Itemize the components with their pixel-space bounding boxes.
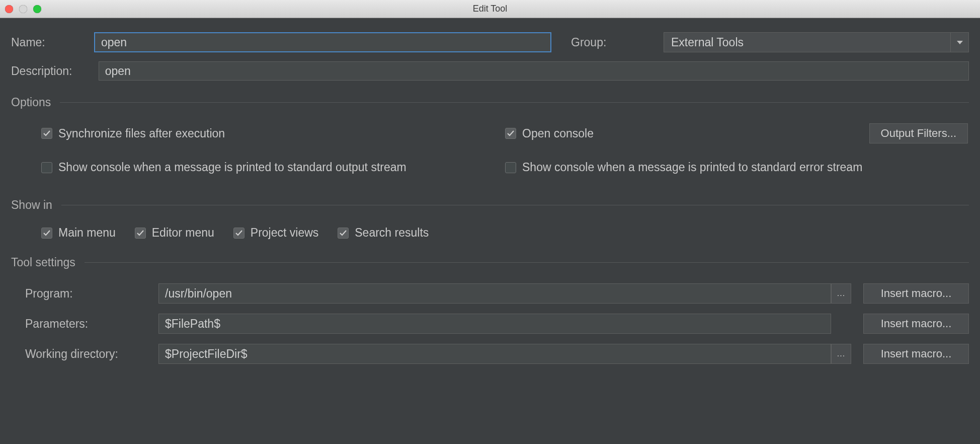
sync-files-checkbox[interactable] (41, 128, 52, 139)
parameters-insert-macro-button[interactable]: Insert macro... (863, 314, 969, 334)
tool-settings-section-header: Tool settings (11, 256, 969, 269)
parameters-input[interactable] (158, 314, 831, 334)
ellipsis-icon: ... (837, 349, 845, 358)
parameters-label: Parameters: (25, 317, 158, 331)
workdir-label: Working directory: (25, 347, 158, 361)
options-section-header: Options (11, 96, 969, 109)
show-stderr-checkbox[interactable] (505, 162, 516, 173)
program-insert-macro-button[interactable]: Insert macro... (863, 283, 969, 304)
close-window-icon[interactable] (5, 5, 13, 13)
project-views-checkbox[interactable] (233, 228, 244, 239)
group-value: External Tools (664, 36, 950, 49)
group-label: Group: (571, 36, 655, 49)
group-combobox[interactable]: External Tools (664, 32, 969, 52)
options-title: Options (11, 96, 60, 109)
description-input[interactable] (99, 61, 969, 81)
showin-section-header: Show in (11, 198, 969, 212)
checkmark-icon (235, 229, 243, 237)
chevron-down-icon (957, 41, 963, 44)
divider (85, 262, 969, 263)
program-input[interactable] (158, 283, 831, 304)
minimize-window-icon (19, 5, 27, 13)
window-title: Edit Tool (0, 4, 980, 14)
editor-menu-label: Editor menu (152, 226, 214, 240)
checkmark-icon (136, 229, 144, 237)
group-dropdown-button[interactable] (950, 33, 968, 52)
name-input[interactable] (95, 33, 551, 52)
search-results-label: Search results (355, 226, 429, 240)
checkmark-icon (43, 229, 51, 237)
show-stderr-label: Show console when a message is printed t… (522, 161, 862, 174)
program-label: Program: (25, 287, 158, 301)
dialog-content: Name: Group: External Tools Description:… (0, 18, 980, 384)
showin-title: Show in (11, 198, 61, 212)
output-filters-button[interactable]: Output Filters... (869, 123, 968, 143)
ellipsis-icon: ... (837, 289, 845, 298)
project-views-label: Project views (251, 226, 318, 240)
open-console-label: Open console (522, 127, 594, 140)
divider (60, 102, 969, 103)
sync-files-label: Synchronize files after execution (58, 127, 225, 140)
titlebar: Edit Tool (0, 0, 980, 18)
description-label: Description: (11, 64, 99, 78)
show-stdout-checkbox[interactable] (41, 162, 52, 173)
workdir-insert-macro-button[interactable]: Insert macro... (863, 344, 969, 364)
window-controls (5, 5, 41, 13)
zoom-window-icon[interactable] (33, 5, 41, 13)
workdir-input[interactable] (158, 344, 831, 364)
workdir-browse-button[interactable]: ... (831, 344, 851, 364)
checkmark-icon (507, 129, 515, 137)
checkmark-icon (339, 229, 347, 237)
checkmark-icon (43, 129, 51, 137)
open-console-checkbox[interactable] (505, 128, 516, 139)
main-menu-label: Main menu (58, 226, 116, 240)
divider (61, 205, 969, 205)
main-menu-checkbox[interactable] (41, 228, 52, 239)
search-results-checkbox[interactable] (338, 228, 349, 239)
show-stdout-label: Show console when a message is printed t… (58, 161, 406, 174)
editor-menu-checkbox[interactable] (135, 228, 146, 239)
name-label: Name: (11, 36, 95, 49)
program-browse-button[interactable]: ... (831, 283, 851, 304)
tool-settings-title: Tool settings (11, 256, 85, 269)
